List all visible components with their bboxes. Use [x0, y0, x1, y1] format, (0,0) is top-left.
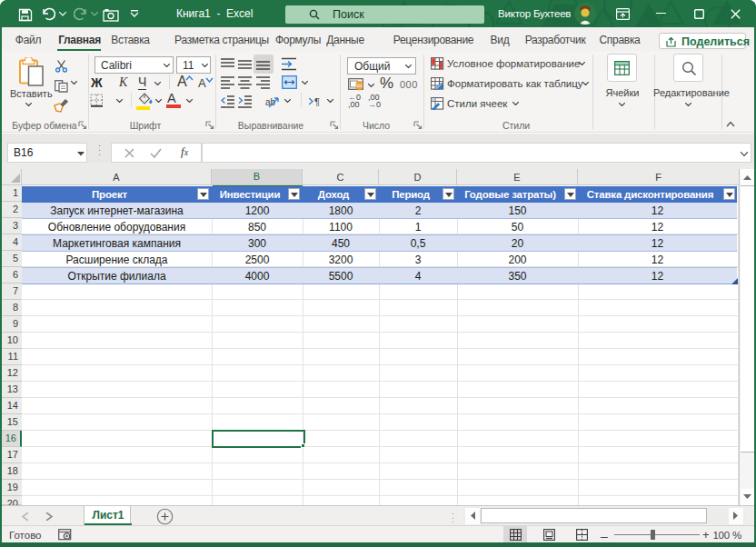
svg-text:¶: ¶	[314, 96, 320, 107]
